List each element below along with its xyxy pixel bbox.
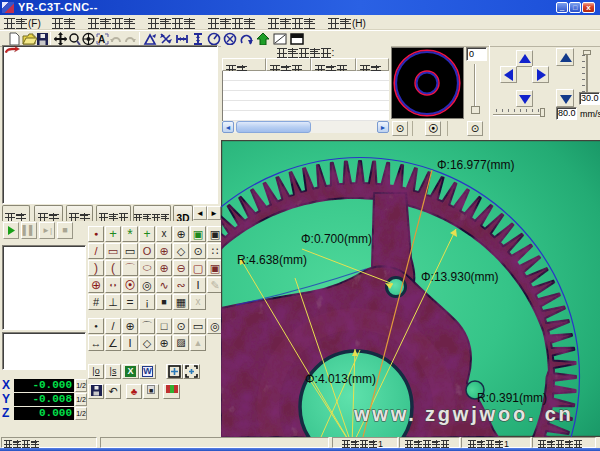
- svg-text:Φ:13.930(mm): Φ:13.930(mm): [421, 270, 499, 284]
- svg-text:Φ:0.700(mm): Φ:0.700(mm): [301, 232, 372, 246]
- svg-text:www. zgwjwoo. cn: www. zgwjwoo. cn: [353, 403, 574, 425]
- svg-text:Φ:4.013(mm): Φ:4.013(mm): [305, 372, 376, 386]
- svg-text:Φ:16.977(mm): Φ:16.977(mm): [437, 158, 515, 172]
- svg-text:A: A: [98, 34, 105, 45]
- svg-text:R:4.638(mm): R:4.638(mm): [237, 253, 307, 267]
